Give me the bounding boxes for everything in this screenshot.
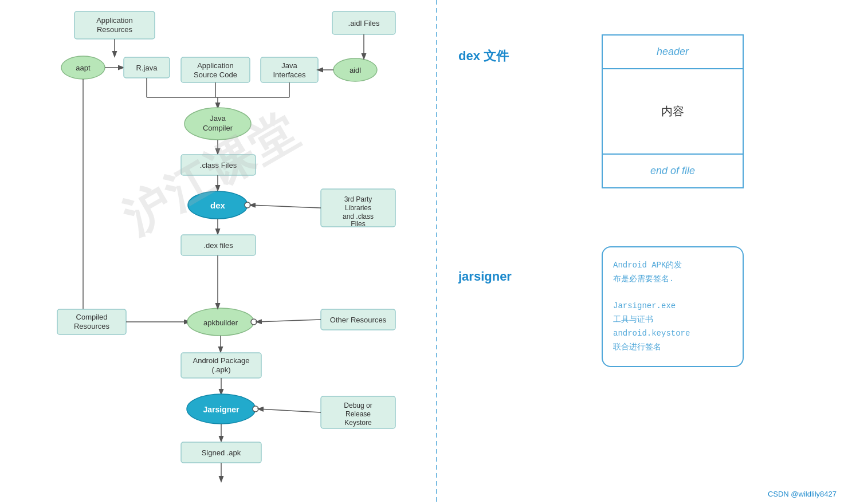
svg-line-57 <box>257 320 321 322</box>
svg-text:(.apk): (.apk) <box>211 365 230 374</box>
svg-text:Resources: Resources <box>74 322 110 330</box>
svg-text:aidl: aidl <box>350 66 361 74</box>
svg-text:jarsigner: jarsigner <box>458 269 512 284</box>
svg-text:Compiled: Compiled <box>76 313 108 321</box>
build-flow-svg: Application Resources .aidl Files aapt R… <box>0 0 435 504</box>
svg-point-36 <box>245 202 250 208</box>
svg-text:Other Resources: Other Resources <box>330 316 387 324</box>
svg-text:Jarsigner: Jarsigner <box>203 405 240 414</box>
svg-text:and .class: and .class <box>343 212 374 220</box>
svg-text:Java: Java <box>210 114 226 123</box>
svg-text:Source Code: Source Code <box>194 70 237 79</box>
svg-text:Debug or: Debug or <box>344 401 372 410</box>
middle-area: dex 文件 jarsigner <box>435 0 584 504</box>
svg-text:Android Package: Android Package <box>193 356 249 365</box>
footer-attribution: CSDN @wildlily8427 <box>768 490 837 498</box>
svg-text:Java: Java <box>281 61 297 70</box>
dex-footer: end of file <box>603 153 743 187</box>
svg-text:dex: dex <box>210 200 226 210</box>
svg-point-54 <box>251 319 257 325</box>
svg-text:.class Files: .class Files <box>200 161 237 170</box>
svg-text:dex 文件: dex 文件 <box>458 49 509 63</box>
jarsigner-description: Android APK的发 布是必需要签名. Jarsigner.exe 工具与… <box>613 259 732 355</box>
svg-text:.dex files: .dex files <box>203 241 233 250</box>
svg-text:Files: Files <box>351 220 365 228</box>
dex-file-structure: header 内容 end of file <box>602 34 744 188</box>
svg-text:Resources: Resources <box>97 25 133 34</box>
svg-text:Keystore: Keystore <box>344 419 372 427</box>
dex-header: header <box>603 36 743 69</box>
svg-line-42 <box>250 205 321 208</box>
svg-text:Application: Application <box>197 61 234 70</box>
svg-text:Application: Application <box>96 16 133 25</box>
svg-text:R.java: R.java <box>136 64 158 72</box>
svg-text:Compiler: Compiler <box>203 124 233 132</box>
svg-text:Signed .apk: Signed .apk <box>202 448 241 457</box>
middle-svg: dex 文件 jarsigner <box>435 0 584 504</box>
svg-text:aapt: aapt <box>76 64 91 72</box>
svg-text:Interfaces: Interfaces <box>273 70 306 79</box>
diagram-area: Application Resources .aidl Files aapt R… <box>0 0 435 504</box>
svg-text:.aidl Files: .aidl Files <box>348 19 380 27</box>
right-area: header 内容 end of file Android APK的发 布是必需… <box>584 0 848 504</box>
svg-text:apkbuilder: apkbuilder <box>203 318 238 327</box>
main-container: Application Resources .aidl Files aapt R… <box>0 0 848 504</box>
jarsigner-info-box: Android APK的发 布是必需要签名. Jarsigner.exe 工具与… <box>602 246 744 367</box>
svg-text:Release: Release <box>346 410 371 418</box>
dex-content: 内容 <box>603 69 743 153</box>
svg-text:3rd Party: 3rd Party <box>344 195 372 203</box>
svg-text:Libraries: Libraries <box>345 204 371 212</box>
svg-line-71 <box>258 409 321 412</box>
svg-point-66 <box>253 406 258 412</box>
